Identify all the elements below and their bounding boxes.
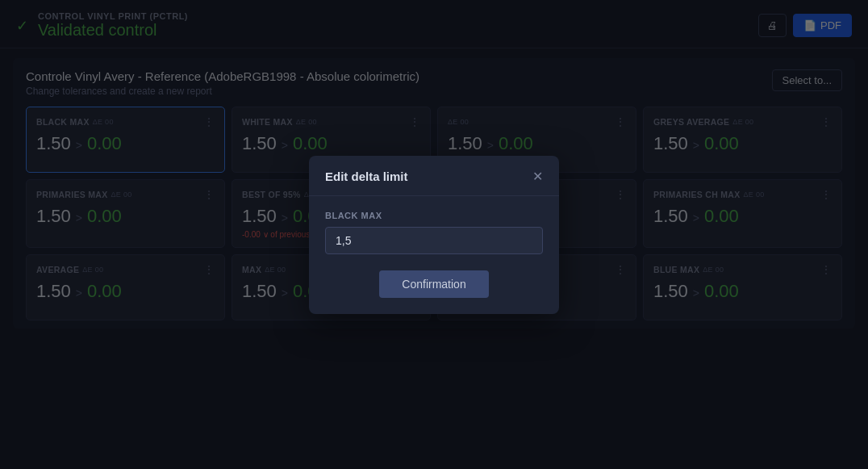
modal-header: Edit delta limit ✕ <box>309 156 559 196</box>
modal-body: BLACK MAX Confirmation <box>309 196 559 314</box>
confirm-button[interactable]: Confirmation <box>379 270 488 298</box>
modal-overlay[interactable]: Edit delta limit ✕ BLACK MAX Confirmatio… <box>0 0 868 469</box>
modal-field-label: BLACK MAX <box>325 211 543 220</box>
modal-title: Edit delta limit <box>325 170 408 183</box>
edit-delta-modal: Edit delta limit ✕ BLACK MAX Confirmatio… <box>309 156 559 314</box>
modal-input[interactable] <box>325 227 543 254</box>
modal-close-button[interactable]: ✕ <box>532 169 543 184</box>
modal-footer: Confirmation <box>325 270 543 298</box>
